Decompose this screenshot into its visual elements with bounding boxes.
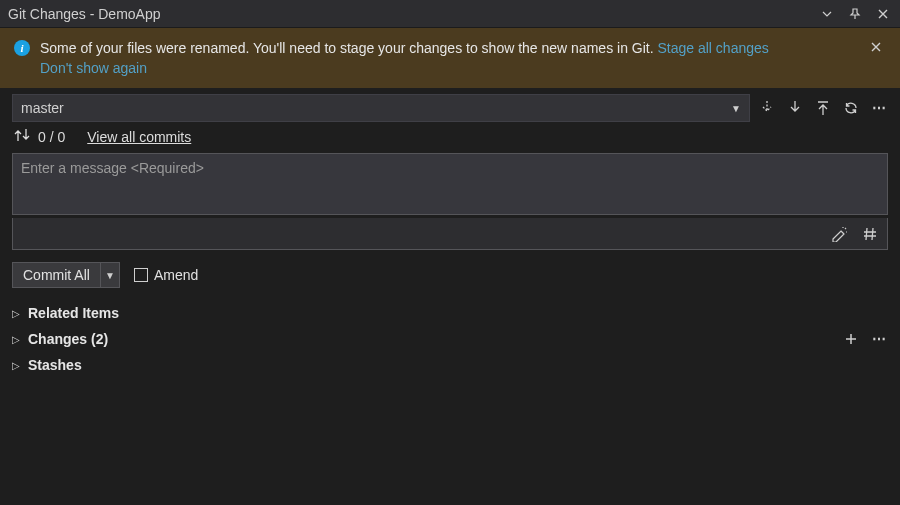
notification-close-icon[interactable] — [866, 38, 886, 58]
expand-icon: ▷ — [12, 360, 22, 371]
dropdown-icon[interactable] — [818, 5, 836, 23]
branch-selector[interactable]: master ▼ — [12, 94, 750, 122]
close-icon[interactable] — [874, 5, 892, 23]
fetch-icon[interactable] — [758, 99, 776, 117]
commit-all-button[interactable]: Commit All — [13, 263, 101, 287]
notification-message: Some of your files were renamed. You'll … — [40, 40, 657, 56]
chevron-down-icon: ▼ — [731, 103, 741, 114]
pull-icon[interactable] — [786, 99, 804, 117]
notification-body: Some of your files were renamed. You'll … — [40, 38, 856, 78]
section-label: Stashes — [28, 357, 82, 373]
more-icon[interactable]: ⋯ — [870, 99, 888, 117]
commit-message-toolbar — [12, 218, 888, 250]
ai-suggest-icon[interactable] — [831, 225, 849, 243]
pin-icon[interactable] — [846, 5, 864, 23]
checkbox-icon — [134, 268, 148, 282]
commit-message-input[interactable] — [12, 153, 888, 215]
section-label: Related Items — [28, 305, 119, 321]
window-title: Git Changes - DemoApp — [8, 6, 818, 22]
titlebar: Git Changes - DemoApp — [0, 0, 900, 28]
dont-show-again-link[interactable]: Don't show again — [40, 60, 147, 76]
commit-all-dropdown[interactable]: ▼ — [101, 263, 119, 287]
changes-section-actions: ⋯ — [842, 330, 888, 348]
titlebar-controls — [818, 5, 892, 23]
commit-message-area — [0, 153, 900, 250]
sync-icon[interactable] — [842, 99, 860, 117]
section-label: Changes (2) — [28, 331, 108, 347]
changes-more-icon[interactable]: ⋯ — [870, 330, 888, 348]
expand-icon: ▷ — [12, 334, 22, 345]
commit-counts: 0 / 0 — [38, 129, 65, 145]
rename-notification: i Some of your files were renamed. You'l… — [0, 28, 900, 88]
stage-all-icon[interactable] — [842, 330, 860, 348]
info-icon: i — [14, 40, 30, 56]
section-stashes[interactable]: ▷ Stashes — [12, 352, 888, 378]
incoming-outgoing-icon — [14, 128, 30, 145]
expand-icon: ▷ — [12, 308, 22, 319]
amend-label: Amend — [154, 267, 198, 283]
branch-name: master — [21, 100, 64, 116]
view-all-commits-link[interactable]: View all commits — [87, 129, 191, 145]
changes-sections: ▷ Related Items ▷ Changes (2) ⋯ ▷ Stashe… — [0, 298, 900, 380]
amend-checkbox[interactable]: Amend — [134, 267, 198, 283]
section-related-items[interactable]: ▷ Related Items — [12, 300, 888, 326]
commit-actions-row: Commit All ▼ Amend — [0, 250, 900, 298]
section-changes[interactable]: ▷ Changes (2) ⋯ — [12, 326, 888, 352]
hash-icon[interactable] — [861, 225, 879, 243]
stage-all-link[interactable]: Stage all changes — [657, 40, 768, 56]
commit-all-split-button: Commit All ▼ — [12, 262, 120, 288]
sync-toolbar: ⋯ — [758, 99, 888, 117]
push-icon[interactable] — [814, 99, 832, 117]
branch-toolbar: master ▼ ⋯ — [0, 88, 900, 126]
commits-status-row: 0 / 0 View all commits — [0, 126, 900, 153]
